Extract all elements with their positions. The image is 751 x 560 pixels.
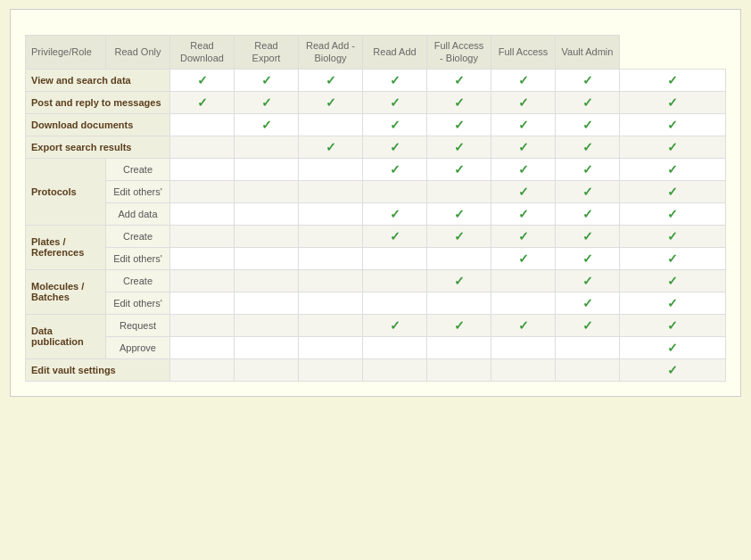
check-cell (363, 292, 427, 314)
check-cell: ✓ (491, 225, 556, 247)
check-icon: ✓ (454, 229, 465, 243)
check-icon: ✓ (518, 318, 529, 333)
check-cell: ✓ (363, 202, 427, 225)
check-icon: ✓ (454, 274, 465, 288)
check-cell (299, 314, 363, 336)
check-cell: ✓ (427, 158, 491, 180)
check-cell: ✓ (427, 269, 491, 292)
check-cell (235, 202, 299, 225)
check-cell (299, 247, 363, 269)
check-cell: ✓ (556, 269, 620, 292)
check-icon: ✓ (390, 95, 400, 110)
table-row: Edit vault settings✓ (26, 358, 726, 381)
privilege-group-label: Edit vault settings (26, 358, 170, 381)
check-cell: ✓ (363, 314, 427, 336)
check-cell: ✓ (427, 113, 491, 136)
check-icon: ✓ (197, 73, 208, 87)
check-cell: ✓ (170, 91, 235, 113)
table-row: Export search results✓✓✓✓✓✓ (26, 136, 726, 158)
check-cell: ✓ (427, 314, 491, 336)
col-header-privilege: Privilege/Role (26, 36, 106, 70)
privilege-action: Create (106, 158, 170, 180)
check-icon: ✓ (582, 318, 593, 333)
check-icon: ✓ (326, 73, 336, 87)
check-icon: ✓ (667, 251, 678, 266)
check-cell: ✓ (620, 113, 726, 136)
check-cell (363, 180, 427, 202)
check-cell (556, 358, 620, 381)
check-icon: ✓ (390, 229, 400, 243)
col-header-full_access: Full Access (491, 36, 556, 70)
check-icon: ✓ (197, 95, 208, 110)
privilege-group-label: Download documents (26, 113, 170, 136)
check-cell (299, 225, 363, 247)
check-cell: ✓ (299, 69, 363, 91)
check-icon: ✓ (582, 229, 593, 243)
check-cell: ✓ (491, 314, 556, 336)
col-header-read_export: Read Export (235, 36, 299, 70)
table-row: Edit others'✓✓✓ (26, 180, 726, 202)
check-cell: ✓ (556, 202, 620, 225)
privilege-action: Edit others' (106, 180, 170, 202)
table-row: Add data✓✓✓✓✓ (26, 202, 726, 225)
check-icon: ✓ (582, 118, 593, 132)
check-cell (427, 180, 491, 202)
privilege-action: Edit others' (106, 292, 170, 314)
check-cell: ✓ (620, 202, 726, 225)
check-icon: ✓ (667, 296, 678, 310)
check-cell (299, 336, 363, 358)
check-cell: ✓ (620, 358, 726, 381)
check-icon: ✓ (667, 140, 678, 154)
check-cell: ✓ (491, 69, 556, 91)
check-icon: ✓ (582, 274, 593, 288)
check-icon: ✓ (582, 296, 593, 310)
check-icon: ✓ (667, 229, 678, 243)
check-icon: ✓ (454, 73, 465, 87)
check-cell: ✓ (556, 113, 620, 136)
check-icon: ✓ (667, 207, 678, 221)
check-icon: ✓ (518, 185, 529, 199)
check-cell: ✓ (620, 158, 726, 180)
check-cell (235, 136, 299, 158)
check-cell: ✓ (299, 91, 363, 113)
check-icon: ✓ (667, 363, 678, 377)
check-cell (299, 180, 363, 202)
check-icon: ✓ (667, 341, 678, 355)
check-cell: ✓ (235, 69, 299, 91)
check-cell: ✓ (235, 91, 299, 113)
check-cell: ✓ (620, 314, 726, 336)
table-row: Post and reply to messages✓✓✓✓✓✓✓✓ (26, 91, 726, 113)
check-cell (427, 336, 491, 358)
check-cell: ✓ (299, 136, 363, 158)
privilege-action: Create (106, 269, 170, 292)
check-cell (235, 269, 299, 292)
check-cell: ✓ (620, 247, 726, 269)
check-icon: ✓ (667, 73, 678, 87)
privilege-group-label: Molecules / Batches (26, 269, 106, 314)
check-cell (299, 269, 363, 292)
check-icon: ✓ (518, 229, 529, 243)
check-cell (363, 269, 427, 292)
privilege-group-label: Export search results (26, 136, 170, 158)
check-cell: ✓ (363, 113, 427, 136)
privilege-action: Create (106, 225, 170, 247)
check-cell (235, 180, 299, 202)
check-cell: ✓ (620, 136, 726, 158)
table-row: Edit others'✓✓ (26, 292, 726, 314)
check-cell: ✓ (620, 336, 726, 358)
check-cell: ✓ (363, 225, 427, 247)
table-row: Plates / ReferencesCreate✓✓✓✓✓ (26, 225, 726, 247)
check-cell (170, 292, 235, 314)
privilege-group-label: Data publication (26, 314, 106, 358)
check-cell (427, 292, 491, 314)
check-icon: ✓ (518, 73, 529, 87)
check-cell: ✓ (556, 158, 620, 180)
check-cell: ✓ (427, 91, 491, 113)
check-icon: ✓ (667, 318, 678, 333)
privilege-action: Add data (106, 202, 170, 225)
check-icon: ✓ (667, 274, 678, 288)
check-cell (363, 358, 427, 381)
check-cell (363, 247, 427, 269)
privilege-group-label: Plates / References (26, 225, 106, 269)
col-header-read_add_biology: Read Add - Biology (299, 36, 363, 70)
